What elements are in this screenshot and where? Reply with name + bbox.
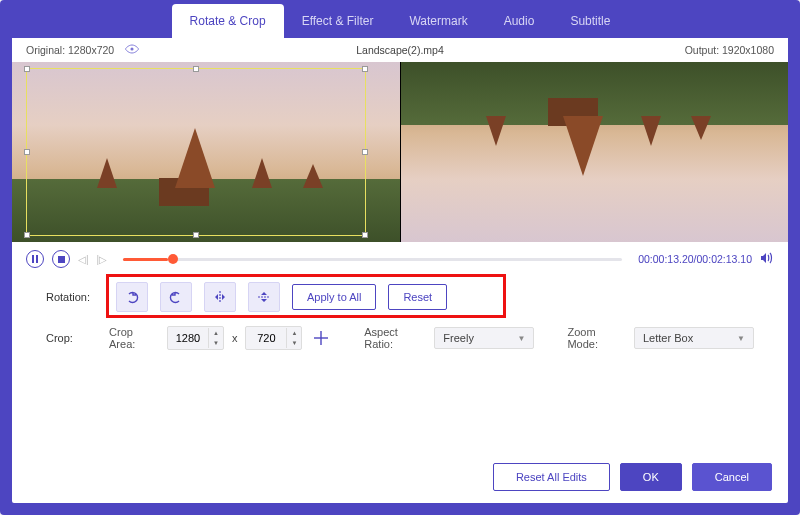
rotation-row: Rotation: Apply to All Reset [46, 282, 754, 312]
crop-label: Crop: [46, 332, 101, 344]
svg-rect-3 [58, 256, 65, 263]
prev-frame-button[interactable]: ◁| [78, 254, 89, 265]
flip-horizontal-button[interactable] [204, 282, 236, 312]
source-preview[interactable] [12, 62, 401, 242]
chevron-down-icon: ▼ [737, 334, 745, 343]
ok-button[interactable]: OK [620, 463, 682, 491]
volume-icon[interactable] [760, 252, 774, 266]
tab-effect-filter[interactable]: Effect & Filter [284, 4, 392, 38]
crop-width-field[interactable] [168, 332, 208, 344]
footer: Reset All Edits OK Cancel [12, 451, 788, 503]
preview-row [12, 62, 788, 242]
svg-rect-2 [36, 255, 38, 263]
app-window: — ☐ ✕ Rotate & Crop Effect & Filter Wate… [0, 0, 800, 515]
reset-all-edits-button[interactable]: Reset All Edits [493, 463, 610, 491]
crop-handle-bl[interactable] [24, 232, 30, 238]
rotate-left-button[interactable] [116, 282, 148, 312]
apply-to-all-button[interactable]: Apply to All [292, 284, 376, 310]
tab-rotate-crop[interactable]: Rotate & Crop [172, 4, 284, 38]
rotation-label: Rotation: [46, 291, 104, 303]
filename-label: Landscape(2).mp4 [275, 44, 524, 56]
aspect-ratio-select[interactable]: Freely ▼ [434, 327, 534, 349]
aspect-ratio-value: Freely [443, 332, 474, 344]
rotation-reset-button[interactable]: Reset [388, 284, 447, 310]
height-up[interactable]: ▲ [287, 328, 301, 338]
crop-row: Crop: Crop Area: ▲▼ x ▲▼ Aspect Ratio: F… [46, 326, 754, 350]
pause-button[interactable] [26, 250, 44, 268]
zoom-mode-value: Letter Box [643, 332, 693, 344]
time-display: 00:00:13.20/00:02:13.10 [638, 253, 752, 265]
crop-handle-ml[interactable] [24, 149, 30, 155]
width-down[interactable]: ▼ [209, 338, 223, 348]
tab-watermark[interactable]: Watermark [391, 4, 485, 38]
output-preview [401, 62, 789, 242]
crop-handle-tc[interactable] [193, 66, 199, 72]
next-frame-button[interactable]: |▷ [97, 254, 108, 265]
height-down[interactable]: ▼ [287, 338, 301, 348]
crop-height-input[interactable]: ▲▼ [245, 326, 302, 350]
preview-eye-icon[interactable] [124, 44, 140, 56]
tab-audio[interactable]: Audio [486, 4, 553, 38]
aspect-ratio-label: Aspect Ratio: [364, 326, 426, 350]
chevron-down-icon: ▼ [517, 334, 525, 343]
rotate-right-button[interactable] [160, 282, 192, 312]
svg-point-0 [131, 47, 134, 50]
crop-rectangle[interactable] [26, 68, 366, 236]
crop-handle-br[interactable] [362, 232, 368, 238]
dimension-x: x [232, 332, 238, 344]
seek-thumb[interactable] [168, 254, 178, 264]
crop-width-input[interactable]: ▲▼ [167, 326, 224, 350]
width-up[interactable]: ▲ [209, 328, 223, 338]
seek-slider[interactable] [123, 258, 622, 261]
svg-rect-1 [32, 255, 34, 263]
tab-bar: Rotate & Crop Effect & Filter Watermark … [12, 0, 788, 38]
original-label: Original: 1280x720 [26, 44, 114, 56]
flip-vertical-button[interactable] [248, 282, 280, 312]
center-crop-icon[interactable] [310, 327, 331, 349]
crop-handle-tr[interactable] [362, 66, 368, 72]
playback-bar: ◁| |▷ 00:00:13.20/00:02:13.10 [12, 242, 788, 276]
zoom-mode-label: Zoom Mode: [567, 326, 626, 350]
output-label: Output: 1920x1080 [525, 44, 774, 56]
cancel-button[interactable]: Cancel [692, 463, 772, 491]
crop-handle-mr[interactable] [362, 149, 368, 155]
crop-height-field[interactable] [246, 332, 286, 344]
crop-area-label: Crop Area: [109, 326, 159, 350]
zoom-mode-select[interactable]: Letter Box ▼ [634, 327, 754, 349]
stop-button[interactable] [52, 250, 70, 268]
tab-subtitle[interactable]: Subtitle [552, 4, 628, 38]
crop-handle-tl[interactable] [24, 66, 30, 72]
crop-handle-bc[interactable] [193, 232, 199, 238]
info-bar: Original: 1280x720 Landscape(2).mp4 Outp… [12, 38, 788, 62]
